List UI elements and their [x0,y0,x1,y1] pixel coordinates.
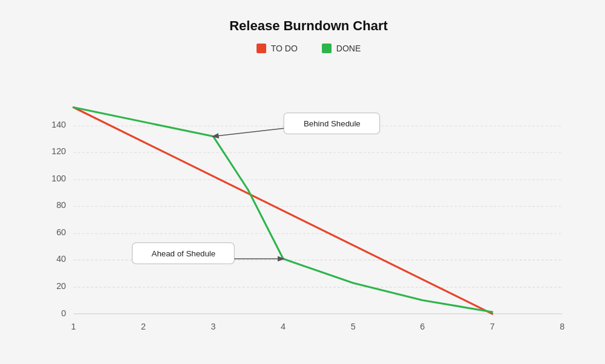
y-label-20: 20 [56,281,66,291]
annotation-ahead-label: Ahead of Shedule [152,249,216,258]
x-label-4: 4 [281,322,286,331]
x-label-8: 8 [560,322,564,331]
legend-item-todo: TO DO [257,44,298,53]
chart-container: Release Burndown Chart TO DO DONE [0,0,605,364]
legend: TO DO DONE [257,44,361,53]
chart-title: Release Burndown Chart [229,18,388,34]
annotation-behind-label: Behind Shedule [304,119,361,128]
chart-svg: 0 20 40 60 80 100 120 140 1 2 3 4 5 6 7 … [36,65,581,340]
x-label-2: 2 [141,322,146,331]
chart-area: 0 20 40 60 80 100 120 140 1 2 3 4 5 6 7 … [36,65,581,340]
x-label-1: 1 [71,322,76,331]
y-label-100: 100 [51,174,66,183]
legend-label-todo: TO DO [271,44,298,53]
y-label-40: 40 [56,254,66,264]
legend-label-done: DONE [336,44,361,53]
legend-color-todo [257,44,266,53]
legend-item-done: DONE [322,44,361,53]
annotation-behind-arrow [214,128,284,136]
x-label-3: 3 [211,322,216,331]
y-label-0: 0 [61,308,66,318]
y-label-140: 140 [51,120,66,129]
y-label-60: 60 [56,227,66,237]
x-label-7: 7 [490,322,495,331]
y-label-120: 120 [51,146,66,156]
y-label-80: 80 [56,200,66,210]
todo-line [73,108,492,314]
x-label-5: 5 [351,322,356,331]
x-label-6: 6 [420,322,425,331]
legend-color-done [322,44,332,53]
